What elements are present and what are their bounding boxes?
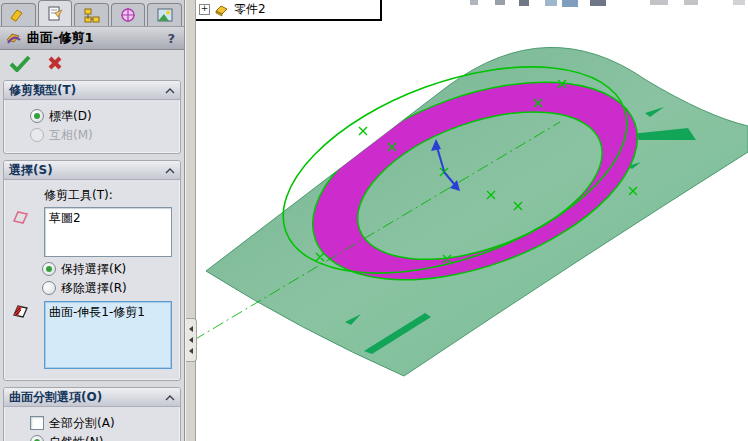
group-header-trim-type[interactable]: 修剪類型(T) bbox=[4, 81, 180, 100]
collapse-chevron-icon bbox=[165, 392, 175, 402]
ok-button[interactable] bbox=[8, 54, 32, 72]
group-header-label: 選擇(S) bbox=[9, 162, 165, 179]
collapse-chevron-icon bbox=[165, 165, 175, 175]
group-trim-type: 修剪類型(T) 標準(D) 互相(M) bbox=[3, 80, 181, 154]
tree-expand-button[interactable]: + bbox=[199, 4, 210, 15]
tab-configuration-manager[interactable] bbox=[74, 3, 109, 26]
tab-feature-manager[interactable] bbox=[1, 3, 36, 26]
app-window: + 零件2 bbox=[0, 0, 748, 441]
trim-tool-icon bbox=[11, 209, 30, 226]
flyout-feature-tree: + 零件2 bbox=[196, 0, 382, 21]
radio-keep-selections[interactable] bbox=[42, 262, 56, 276]
radio-remove-label[interactable]: 移除選擇(R) bbox=[61, 280, 127, 296]
radio-natural[interactable] bbox=[30, 435, 44, 441]
radio-natural-label[interactable]: 自然性(N) bbox=[49, 434, 103, 441]
collapse-arrow-icon bbox=[189, 337, 193, 343]
list-item[interactable]: 草圖2 bbox=[49, 210, 167, 227]
tab-property-manager[interactable] bbox=[38, 0, 73, 26]
help-button[interactable]: ? bbox=[164, 31, 178, 46]
trim-tool-label: 修剪工具(T): bbox=[44, 187, 176, 204]
graphics-viewport[interactable] bbox=[196, 0, 748, 441]
dimxpert-target-icon bbox=[119, 7, 137, 24]
group-header-label: 曲面分割選項(O) bbox=[9, 389, 165, 406]
collapse-arrow-icon bbox=[189, 326, 193, 332]
radio-standard[interactable] bbox=[30, 109, 44, 123]
tab-display-manager[interactable] bbox=[147, 3, 182, 26]
part-icon bbox=[214, 2, 230, 17]
group-split-options: 曲面分割選項(O) 全部分割(A) 自然性(N) bbox=[3, 387, 181, 441]
checkbox-split-all-label[interactable]: 全部分割(A) bbox=[49, 415, 115, 431]
tab-dimxpert[interactable] bbox=[111, 3, 146, 26]
list-item[interactable]: 曲面-伸長1-修剪1 bbox=[49, 304, 167, 321]
radio-standard-label[interactable]: 標準(D) bbox=[49, 108, 92, 124]
property-manager-panel: 曲面-修剪1 ? 修剪類型(T) 標準(D) bbox=[0, 0, 185, 441]
radio-mutual-label: 互相(M) bbox=[49, 127, 93, 143]
tree-root-label[interactable]: 零件2 bbox=[234, 1, 266, 18]
confirmation-bar bbox=[0, 50, 184, 76]
panel-title: 曲面-修剪1 bbox=[27, 29, 159, 47]
radio-keep-label[interactable]: 保持選擇(K) bbox=[61, 261, 126, 277]
display-manager-icon bbox=[156, 7, 174, 23]
pieces-listbox[interactable]: 曲面-伸長1-修剪1 bbox=[44, 301, 172, 369]
radio-mutual bbox=[30, 128, 44, 142]
collapse-arrow-icon bbox=[189, 348, 193, 354]
panel-title-bar: 曲面-修剪1 ? bbox=[0, 27, 184, 50]
group-header-label: 修剪類型(T) bbox=[9, 82, 165, 99]
surface-trim-icon bbox=[6, 31, 22, 45]
property-manager-icon bbox=[46, 5, 64, 22]
pieces-to-keep-icon bbox=[11, 303, 30, 320]
group-header-selections[interactable]: 選擇(S) bbox=[4, 161, 180, 180]
radio-remove-selections[interactable] bbox=[42, 281, 56, 295]
group-selections: 選擇(S) 修剪工具(T): 草圖2 保持選擇(K) bbox=[3, 160, 181, 381]
cancel-button[interactable] bbox=[46, 54, 64, 72]
panel-collapse-handle[interactable] bbox=[186, 318, 197, 362]
collapse-chevron-icon bbox=[165, 85, 175, 95]
checkbox-split-all[interactable] bbox=[30, 416, 44, 430]
configuration-icon bbox=[82, 7, 100, 24]
trim-tool-listbox[interactable]: 草圖2 bbox=[44, 207, 172, 257]
manager-tab-bar bbox=[0, 0, 184, 27]
group-header-split-options[interactable]: 曲面分割選項(O) bbox=[4, 388, 180, 407]
feature-tree-icon bbox=[9, 7, 27, 23]
panel-splitter[interactable] bbox=[185, 0, 196, 441]
